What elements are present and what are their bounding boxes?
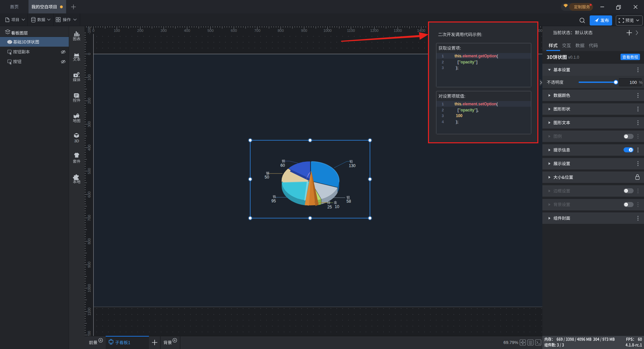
svg-text:v0.1.0: v0.1.0 [568,55,579,60]
svg-text:%: % [639,80,643,85]
svg-text:100: 100 [630,80,637,85]
svg-text:69.79%: 69.79% [503,340,519,345]
svg-text:3D: 3D [74,139,79,143]
